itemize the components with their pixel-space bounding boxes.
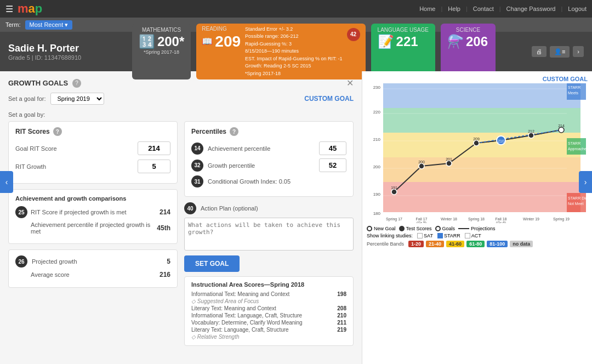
set-goal-by-label: Set a goal by: xyxy=(8,111,354,118)
starr-checkbox[interactable]: STARR xyxy=(437,233,460,238)
comparison-value-1: 45th xyxy=(154,224,170,232)
svg-text:Spring 19: Spring 19 xyxy=(553,217,570,221)
svg-text:209: 209 xyxy=(473,137,480,141)
next-button[interactable]: › xyxy=(573,46,584,57)
svg-point-36 xyxy=(419,163,424,169)
chart-legend: New Goal Test Scores Goals Projections xyxy=(367,226,588,231)
print-button[interactable]: 🖨 xyxy=(532,46,547,57)
close-button[interactable]: ✕ xyxy=(346,78,354,88)
svg-rect-8 xyxy=(567,138,586,155)
achievement-badge: 14 xyxy=(191,143,203,155)
svg-text:Fall 18: Fall 18 xyxy=(495,217,506,221)
svg-point-46 xyxy=(559,127,564,133)
student-info: Sadie H. Porter Grade 5 | ID: 1134768891… xyxy=(8,43,96,61)
svg-text:Meets: Meets xyxy=(568,91,579,95)
projected-label-0: Projected growth xyxy=(32,258,162,265)
rit-growth-input[interactable] xyxy=(138,160,170,173)
term-dropdown[interactable]: Most Recent ▾ xyxy=(25,20,73,30)
rit-scores-col: RIT Scores ? Goal RIT Score RIT Growth A… xyxy=(8,121,178,346)
reading-badge: 42 xyxy=(347,28,360,41)
user-menu-button[interactable]: 👤≡ xyxy=(550,46,570,58)
band-81-100: 81-100 xyxy=(487,241,508,247)
nav-left: ☰ map xyxy=(5,2,42,16)
hamburger-icon[interactable]: ☰ xyxy=(5,4,13,14)
rit-scores-box: RIT Scores ? Goal RIT Score RIT Growth xyxy=(8,121,178,184)
percentile-bands: Percentile Bands 1-20 21-40 41-60 61-80 … xyxy=(367,241,588,247)
comparison-value-0: 214 xyxy=(154,208,170,216)
math-title: MATHEMATICS xyxy=(139,27,184,33)
nav-right-arrow[interactable]: › xyxy=(579,171,592,193)
comparison-row-1: Achievement percentile if projected grow… xyxy=(31,221,170,235)
nav-home-link[interactable]: Home xyxy=(419,5,435,12)
growth-goals-title: GROWTH GOALS xyxy=(8,79,68,87)
nav-left-arrow[interactable]: ‹ xyxy=(0,171,13,193)
instructional-row-3: Informational Text: Language, Craft, Str… xyxy=(191,312,346,318)
band-41-60: 41-60 xyxy=(446,241,464,247)
nav-help-link[interactable]: Help xyxy=(448,5,460,12)
term-label: Term: xyxy=(5,21,21,28)
svg-text:210: 210 xyxy=(498,139,504,143)
percentiles-title: Percentiles ? xyxy=(191,127,346,136)
rit-help-icon[interactable]: ? xyxy=(53,127,62,136)
language-value: 📝221 xyxy=(378,34,429,49)
reading-title: READING xyxy=(202,26,241,32)
legend-test-scores[interactable]: Test Scores xyxy=(399,226,432,231)
percentiles-box: Percentiles ? 14 Achievement percentile … xyxy=(184,121,354,197)
svg-point-40 xyxy=(474,140,479,146)
svg-text:201: 201 xyxy=(446,157,452,161)
comparisons-section: Achievement and growth comparisons 25 RI… xyxy=(8,189,178,244)
svg-text:Not Meet: Not Meet xyxy=(568,202,583,206)
set-goal-button[interactable]: SET GOAL xyxy=(184,255,240,272)
growth-goals-help-icon[interactable]: ? xyxy=(72,79,81,88)
growth-chart: STARR Meets STARR Approaches STARR Did N… xyxy=(367,83,586,223)
svg-rect-3 xyxy=(383,157,580,182)
math-value: 🔢200* xyxy=(139,34,184,49)
bands-label: Percentile Bands xyxy=(367,241,404,247)
growth-goals-header: GROWTH GOALS ? ✕ xyxy=(8,78,354,88)
reading-score: 209 xyxy=(215,33,241,50)
instructional-row-0: Informational Text: Meaning and Context … xyxy=(191,291,346,297)
goal-rit-row: Goal RIT Score xyxy=(15,141,170,155)
band-1-20: 1-20 xyxy=(408,241,424,247)
svg-text:210: 210 xyxy=(373,137,381,142)
achievement-percentile-input[interactable] xyxy=(319,141,346,155)
action-plan-badge: 40 xyxy=(184,202,196,214)
sat-checkbox[interactable]: SAT xyxy=(417,233,433,238)
growth-percentile-row: 32 Growth percentile xyxy=(191,158,346,172)
svg-text:180: 180 xyxy=(373,211,381,216)
custom-goal-label: CUSTOM GOAL xyxy=(304,95,354,103)
svg-text:Spring 18: Spring 18 xyxy=(468,217,485,221)
nav-contact-link[interactable]: Contact xyxy=(473,5,494,12)
action-plan-textarea[interactable] xyxy=(184,218,354,251)
svg-text:Winter 19: Winter 19 xyxy=(523,217,539,221)
instructional-row-4: Vocabulary: Determine, Clarify Word Mean… xyxy=(191,320,346,326)
svg-text:STARR: STARR xyxy=(568,86,580,89)
legend-projections[interactable]: Projections xyxy=(458,226,496,231)
percentiles-help-icon[interactable]: ? xyxy=(230,127,238,136)
action-plan-header: 40 Action Plan (optional) xyxy=(184,202,354,214)
instructional-section: Instructional Area Scores—Spring 2018 In… xyxy=(184,276,354,346)
set-goal-bar: Set a goal for: Spring 2019 CUSTOM GOAL xyxy=(8,93,354,105)
cgi-label: Conditional Growth Index: 0.05 xyxy=(208,178,291,185)
two-col-layout: RIT Scores ? Goal RIT Score RIT Growth A… xyxy=(8,121,354,346)
instructional-row-6: ◇ Relative Strength xyxy=(191,334,346,340)
legend-goals[interactable]: Goals xyxy=(435,226,456,231)
nav-logout-link[interactable]: Logout xyxy=(568,5,587,12)
nav-change-password-link[interactable]: Change Password xyxy=(506,5,556,12)
comparison-row-0: 25 RIT Score if projected growth is met … xyxy=(15,206,170,218)
svg-text:220: 220 xyxy=(373,110,381,115)
term-select[interactable]: Spring 2019 xyxy=(50,93,104,105)
cgi-row: 31 Conditional Growth Index: 0.05 xyxy=(191,175,346,187)
svg-text:Spring 17: Spring 17 xyxy=(386,217,402,221)
growth-percentile-input[interactable] xyxy=(319,158,346,172)
projected-label-1: Average score xyxy=(31,271,155,278)
legend-new-goal[interactable]: New Goal xyxy=(367,226,396,231)
comparison-label-0: RIT Score if projected growth is met xyxy=(31,209,154,215)
student-meta: Grade 5 | ID: 11347688910 xyxy=(8,54,96,61)
rit-growth-label: RIT Growth xyxy=(15,163,46,170)
goal-rit-input[interactable] xyxy=(138,141,170,155)
nav-right: Home | Help | Contact | Change Password … xyxy=(419,5,587,12)
svg-rect-1 xyxy=(383,108,580,133)
math-sub: *Spring 2017-18 xyxy=(139,49,184,55)
act-checkbox[interactable]: ACT xyxy=(465,233,481,238)
